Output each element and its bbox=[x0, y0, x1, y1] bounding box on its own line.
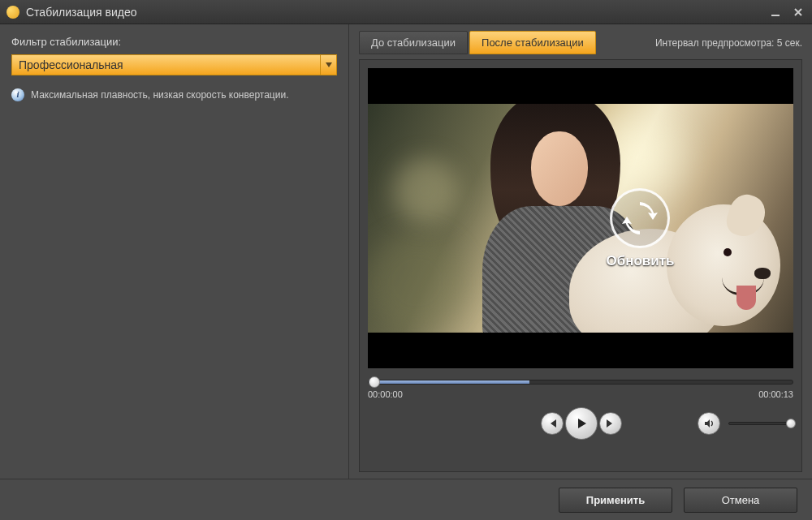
window-controls bbox=[768, 5, 806, 19]
volume-control bbox=[698, 412, 793, 435]
filter-info-text: Максимальная плавность, низкая скорость … bbox=[31, 88, 288, 102]
chevron-down-icon bbox=[320, 55, 336, 75]
tab-before[interactable]: До стабилизации bbox=[359, 31, 468, 54]
window-title: Стабилизация видео bbox=[26, 6, 768, 19]
timeline: 00:00:00 00:00:13 bbox=[368, 380, 793, 440]
content-area: Фильтр стабилизации: Профессиональная i … bbox=[0, 24, 812, 479]
app-icon bbox=[6, 6, 19, 19]
preview-panel: До стабилизации После стабилизации Интер… bbox=[349, 24, 812, 479]
dialog-footer: Применить Отмена bbox=[0, 479, 812, 520]
volume-thumb[interactable] bbox=[786, 419, 796, 428]
filter-dropdown-value: Профессиональная bbox=[12, 55, 320, 75]
next-button[interactable] bbox=[599, 412, 622, 435]
total-time: 00:00:13 bbox=[758, 389, 793, 399]
minimize-button[interactable] bbox=[768, 5, 783, 19]
svg-rect-0 bbox=[771, 15, 780, 16]
seek-fill bbox=[369, 380, 529, 384]
preview-frame: Обновить 00:00:00 00:00:13 bbox=[359, 59, 802, 472]
time-row: 00:00:00 00:00:13 bbox=[368, 389, 793, 399]
titlebar: Стабилизация видео bbox=[0, 0, 812, 24]
play-button[interactable] bbox=[565, 407, 598, 440]
preview-header: До стабилизации После стабилизации Интер… bbox=[359, 31, 802, 54]
settings-panel: Фильтр стабилизации: Профессиональная i … bbox=[0, 24, 349, 479]
filter-dropdown[interactable]: Профессиональная bbox=[11, 54, 337, 75]
seek-slider[interactable] bbox=[368, 380, 793, 385]
refresh-overlay[interactable]: Обновить bbox=[606, 188, 674, 269]
filter-label: Фильтр стабилизации: bbox=[11, 36, 337, 48]
refresh-icon bbox=[610, 188, 670, 248]
video-preview[interactable]: Обновить bbox=[368, 68, 793, 368]
close-button[interactable] bbox=[791, 5, 806, 19]
preview-interval-label: Интервал предпросмотра: 5 сек. bbox=[655, 37, 802, 49]
playback-controls bbox=[368, 407, 793, 440]
volume-button[interactable] bbox=[698, 412, 720, 435]
seek-thumb[interactable] bbox=[369, 376, 380, 388]
filter-info: i Максимальная плавность, низкая скорост… bbox=[11, 88, 337, 102]
tab-after[interactable]: После стабилизации bbox=[469, 31, 596, 54]
prev-button[interactable] bbox=[541, 412, 564, 435]
cancel-button[interactable]: Отмена bbox=[684, 488, 797, 513]
current-time: 00:00:00 bbox=[368, 389, 403, 399]
refresh-label: Обновить bbox=[606, 253, 674, 269]
volume-slider[interactable] bbox=[728, 422, 793, 425]
video-frame-image bbox=[368, 68, 793, 368]
info-icon: i bbox=[11, 88, 24, 101]
apply-button[interactable]: Применить bbox=[559, 488, 672, 513]
